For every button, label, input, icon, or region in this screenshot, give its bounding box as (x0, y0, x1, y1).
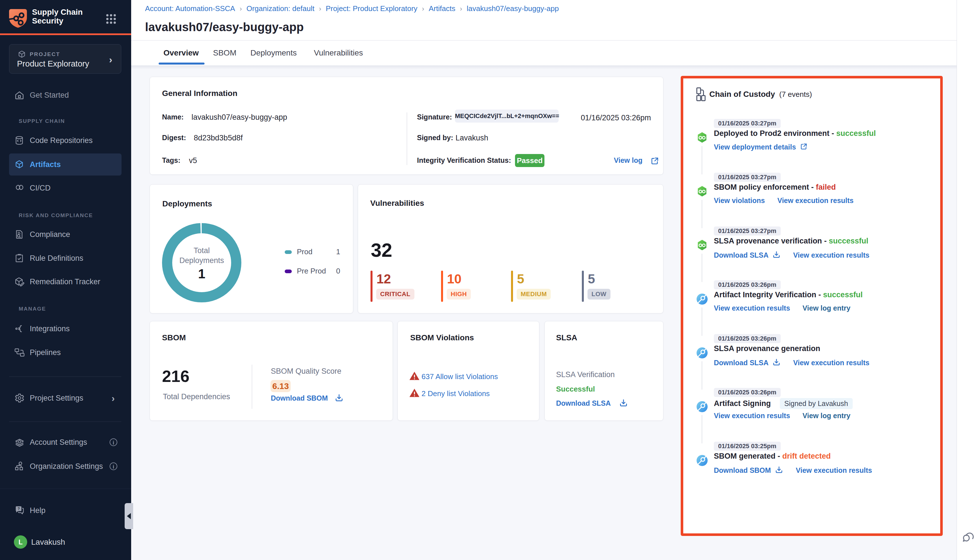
svg-text:?: ? (18, 507, 20, 511)
